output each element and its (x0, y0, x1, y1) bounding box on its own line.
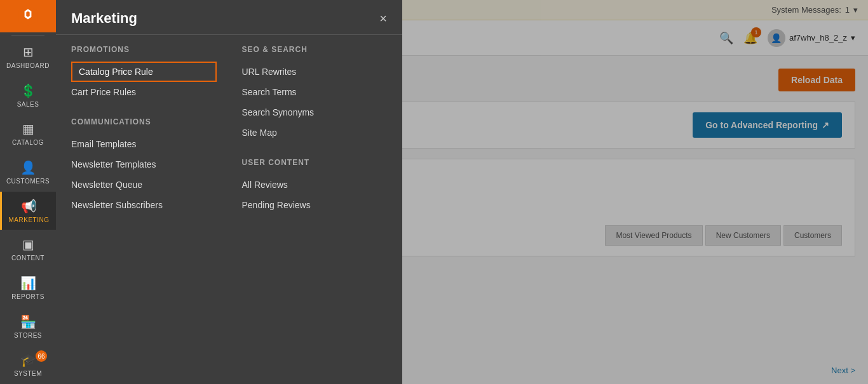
logo[interactable] (0, 0, 56, 32)
menu-item-search-synonyms[interactable]: Search Synonyms (242, 102, 388, 122)
menu-item-site-map[interactable]: Site Map (242, 122, 388, 143)
sidebar-label-system: SYSTEM (14, 370, 42, 377)
menu-item-url-rewrites[interactable]: URL Rewrites (242, 62, 388, 82)
content-icon: ▣ (22, 237, 34, 252)
menu-title: Marketing (71, 10, 137, 27)
sidebar-label-reports: REPORTS (11, 293, 44, 300)
menu-columns: Promotions Catalog Price Rule Cart Price… (56, 35, 402, 384)
user-content-section-title: User Content (242, 158, 388, 167)
marketing-menu-panel: Marketing × Promotions Catalog Price Rul… (56, 0, 402, 384)
sidebar-label-content: CONTENT (11, 255, 44, 262)
sidebar-item-dashboard[interactable]: ⊞ DASHBOARD (0, 37, 56, 76)
menu-close-button[interactable]: × (379, 12, 387, 25)
sidebar-item-customers[interactable]: 👤 CUSTOMERS (0, 153, 56, 192)
sidebar-label-sales: SALES (17, 101, 39, 108)
menu-item-pending-reviews[interactable]: Pending Reviews (242, 195, 388, 215)
promotions-section-title: Promotions (71, 45, 217, 54)
menu-item-newsletter-queue[interactable]: Newsletter Queue (71, 175, 217, 195)
seo-search-section-title: SEO & Search (242, 45, 388, 54)
sidebar: ⊞ DASHBOARD 💲 SALES ▦ CATALOG 👤 CUSTOMER… (0, 0, 56, 384)
menu-item-cart-price-rules[interactable]: Cart Price Rules (71, 82, 217, 102)
system-badge: 66 (36, 350, 47, 362)
sidebar-item-catalog[interactable]: ▦ CATALOG (0, 115, 56, 154)
sidebar-label-marketing: MARKETING (9, 216, 50, 223)
marketing-icon: 📢 (21, 199, 37, 214)
system-icon: 🎓 (20, 352, 36, 367)
menu-item-newsletter-subscribers[interactable]: Newsletter Subscribers (71, 195, 217, 215)
menu-item-all-reviews[interactable]: All Reviews (242, 175, 388, 195)
stores-icon: 🏪 (20, 314, 36, 329)
customers-icon: 👤 (20, 160, 36, 175)
sidebar-item-content[interactable]: ▣ CONTENT (0, 230, 56, 268)
sidebar-item-stores[interactable]: 🏪 STORES (0, 307, 56, 346)
menu-item-catalog-price-rule[interactable]: Catalog Price Rule (71, 62, 217, 82)
sidebar-item-sales[interactable]: 💲 SALES (0, 76, 56, 115)
menu-left-column: Promotions Catalog Price Rule Cart Price… (71, 45, 217, 374)
sidebar-label-catalog: CATALOG (12, 139, 44, 146)
sidebar-item-system[interactable]: 🎓 SYSTEM 66 (0, 345, 56, 384)
menu-item-email-templates[interactable]: Email Templates (71, 134, 217, 154)
sidebar-item-reports[interactable]: 📊 REPORTS (0, 268, 56, 307)
menu-item-newsletter-templates[interactable]: Newsletter Templates (71, 154, 217, 175)
menu-item-search-terms[interactable]: Search Terms (242, 82, 388, 102)
menu-header: Marketing × (56, 0, 402, 35)
menu-right-column: SEO & Search URL Rewrites Search Terms S… (242, 45, 388, 374)
sidebar-divider (11, 35, 45, 36)
dashboard-icon: ⊞ (23, 44, 34, 60)
sidebar-item-marketing[interactable]: 📢 MARKETING (0, 192, 56, 230)
sales-icon: 💲 (20, 83, 36, 98)
reports-icon: 📊 (20, 275, 36, 291)
sidebar-label-stores: STORES (14, 332, 42, 339)
sidebar-label-dashboard: DASHBOARD (6, 62, 50, 69)
catalog-icon: ▦ (22, 121, 34, 136)
sidebar-label-customers: CUSTOMERS (6, 178, 50, 185)
communications-section-title: Communications (71, 117, 217, 126)
